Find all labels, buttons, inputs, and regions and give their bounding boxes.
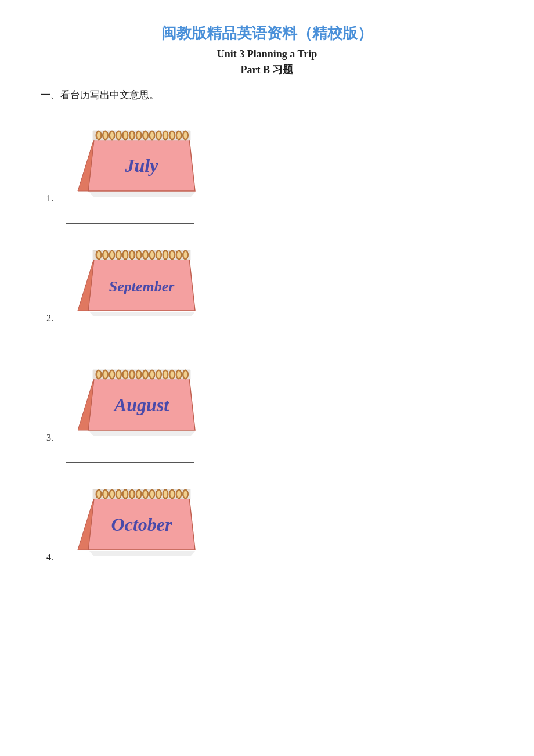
answer-line[interactable] [66, 452, 194, 463]
svg-point-32 [177, 132, 181, 139]
svg-point-118 [104, 491, 107, 498]
svg-point-106 [184, 371, 187, 378]
svg-point-46 [104, 251, 107, 258]
list-item: 2. [46, 235, 499, 343]
part-title: Part B 习题 [35, 63, 499, 77]
svg-point-140 [177, 491, 181, 498]
svg-point-142 [184, 491, 187, 498]
svg-point-94 [144, 371, 147, 378]
svg-point-84 [110, 371, 114, 378]
svg-marker-0 [89, 192, 195, 197]
answer-line[interactable] [66, 213, 194, 224]
svg-point-44 [97, 251, 100, 258]
svg-point-24 [150, 132, 154, 139]
svg-point-60 [150, 251, 154, 258]
list-item: 1. [46, 116, 499, 224]
svg-point-20 [137, 132, 140, 139]
svg-point-28 [164, 132, 167, 139]
calendar-october: October [66, 474, 205, 567]
answer-line[interactable] [66, 333, 194, 343]
list-item: 4. [46, 474, 499, 582]
svg-point-116 [97, 491, 100, 498]
svg-point-122 [117, 491, 121, 498]
item-number: 3. [46, 433, 60, 448]
svg-text:July: July [125, 155, 159, 176]
svg-text:August: August [113, 394, 169, 415]
svg-point-18 [131, 132, 134, 139]
list-item: 3. [46, 355, 499, 463]
svg-point-82 [104, 371, 107, 378]
svg-text:October: October [111, 514, 172, 535]
svg-point-16 [124, 132, 127, 139]
svg-point-64 [164, 251, 167, 258]
calendar-august: August [66, 355, 205, 448]
svg-point-102 [171, 371, 174, 378]
svg-point-58 [144, 251, 147, 258]
svg-marker-72 [89, 431, 195, 436]
svg-point-8 [97, 132, 100, 139]
svg-point-92 [137, 371, 140, 378]
svg-point-96 [150, 371, 154, 378]
answer-line[interactable] [66, 572, 194, 582]
svg-point-50 [117, 251, 121, 258]
svg-point-62 [157, 251, 161, 258]
svg-point-98 [157, 371, 161, 378]
svg-point-86 [117, 371, 121, 378]
svg-point-128 [137, 491, 140, 498]
svg-point-56 [137, 251, 140, 258]
svg-point-104 [177, 371, 181, 378]
svg-point-138 [171, 491, 174, 498]
instruction: 一、看台历写出中文意思。 [41, 88, 499, 102]
item-number: 4. [46, 552, 60, 567]
svg-point-126 [131, 491, 134, 498]
item-number: 1. [46, 193, 60, 208]
svg-point-52 [124, 251, 127, 258]
svg-point-54 [131, 251, 134, 258]
svg-point-12 [110, 132, 114, 139]
main-title: 闽教版精品英语资料（精校版） [35, 23, 499, 44]
svg-marker-108 [89, 551, 195, 556]
svg-point-120 [110, 491, 114, 498]
svg-point-26 [157, 132, 161, 139]
svg-point-34 [184, 132, 187, 139]
svg-point-66 [171, 251, 174, 258]
svg-point-132 [150, 491, 154, 498]
svg-point-48 [110, 251, 114, 258]
calendar-july: July [66, 116, 205, 208]
svg-point-88 [124, 371, 127, 378]
svg-point-134 [157, 491, 161, 498]
svg-point-70 [184, 251, 187, 258]
svg-point-136 [164, 491, 167, 498]
svg-marker-36 [89, 312, 195, 316]
svg-point-100 [164, 371, 167, 378]
sub-title: Unit 3 Planning a Trip [35, 48, 499, 60]
svg-point-22 [144, 132, 147, 139]
svg-text:September: September [109, 278, 175, 295]
calendar-september: September [66, 235, 205, 328]
svg-point-130 [144, 491, 147, 498]
svg-point-90 [131, 371, 134, 378]
svg-point-30 [171, 132, 174, 139]
svg-point-14 [117, 132, 121, 139]
page-header: 闽教版精品英语资料（精校版） Unit 3 Planning a Trip Pa… [35, 23, 499, 77]
item-number: 2. [46, 313, 60, 328]
svg-point-80 [97, 371, 100, 378]
svg-point-124 [124, 491, 127, 498]
svg-point-10 [104, 132, 107, 139]
svg-point-68 [177, 251, 181, 258]
items-container: 1. [46, 116, 499, 588]
